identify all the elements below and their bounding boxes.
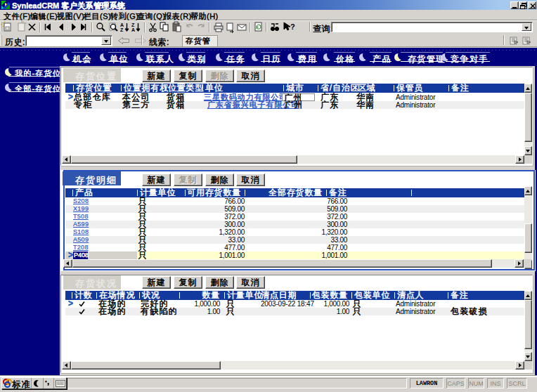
svg-text:Z: Z	[131, 22, 135, 27]
svg-text:A: A	[131, 27, 135, 32]
svg-text:?: ?	[290, 22, 295, 31]
svg-text:Z: Z	[120, 27, 124, 32]
svg-text:A: A	[120, 22, 124, 27]
